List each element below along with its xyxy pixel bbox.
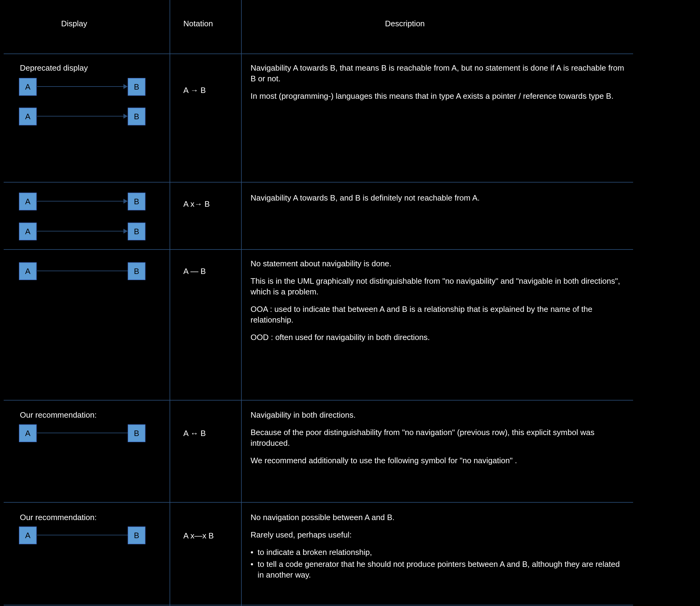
- row1-node-b-1: B: [128, 78, 145, 96]
- row2-arrow-2: [123, 229, 128, 234]
- row1-desc: Navigability A towards B, that means B i…: [250, 63, 626, 108]
- row1-node-b-2: B: [128, 108, 145, 125]
- row4-notation: A ↔ B: [183, 428, 206, 439]
- row-divider-0: [4, 53, 633, 54]
- row4-desc: Navigability in both directions. Because…: [250, 410, 626, 473]
- header-description: Description: [385, 19, 425, 28]
- row3-node-b: B: [128, 262, 145, 280]
- row1-arrow-2: [123, 114, 128, 119]
- row4-node-b: B: [128, 424, 145, 442]
- row2-node-b-1: B: [128, 193, 145, 210]
- row2-notation: A x→ B: [183, 199, 210, 209]
- row2-node-a-2: A: [19, 223, 37, 240]
- row-divider-1: [4, 182, 633, 183]
- row4-edge: [36, 433, 128, 433]
- row2-edge-1: [36, 201, 123, 202]
- row3-edge: [36, 271, 128, 271]
- row-divider-3: [4, 400, 633, 400]
- row-divider-2: [4, 249, 633, 250]
- row4-node-a: A: [19, 424, 37, 442]
- row5-caption: Our recommendation:: [20, 512, 97, 523]
- row-divider-4: [4, 502, 633, 503]
- header-notation: Notation: [183, 19, 213, 28]
- row1-node-a-1: A: [19, 78, 37, 96]
- row2-arrow-1: [123, 199, 128, 204]
- row1-edge-2: [36, 116, 123, 116]
- row1-arrow-1: [123, 84, 128, 89]
- row4-caption: Our recommendation:: [20, 410, 97, 420]
- uml-associations-table: Display Notation Description Deprecated …: [0, 0, 700, 606]
- row3-node-a: A: [19, 262, 37, 280]
- row-divider-5: [4, 605, 633, 605]
- row1-notation: A → B: [183, 85, 206, 96]
- header-display: Display: [61, 19, 87, 28]
- row5-notation: A x—x B: [183, 531, 214, 541]
- row1-edge-1: [36, 86, 123, 87]
- row2-desc: Navigability A towards B, and B is defin…: [250, 193, 626, 210]
- row2-node-a-1: A: [19, 193, 37, 210]
- row2-edge-2: [36, 231, 123, 231]
- row1-node-a-2: A: [19, 108, 37, 125]
- column-divider-2: [241, 0, 242, 606]
- row5-node-a: A: [19, 527, 37, 544]
- row5-node-b: B: [128, 527, 145, 544]
- row3-notation: A — B: [183, 266, 206, 277]
- row3-desc: No statement about navigability is done.…: [250, 258, 626, 350]
- row2-node-b-2: B: [128, 223, 145, 240]
- row1-caption: Deprecated display: [20, 63, 88, 73]
- row5-edge: [36, 535, 128, 535]
- column-divider-1: [170, 0, 170, 606]
- row5-desc: No navigation possible between A and B. …: [250, 512, 626, 582]
